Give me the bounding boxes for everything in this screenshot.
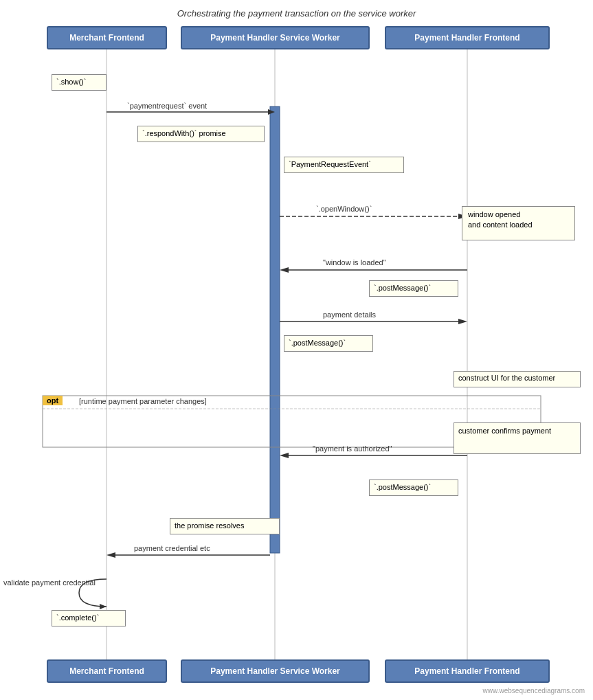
note-respond-with: `.respondWith()` promise xyxy=(137,126,265,142)
label-open-window: `.openWindow()` xyxy=(316,205,372,213)
svg-rect-4 xyxy=(270,106,280,553)
opt-condition: [runtime payment parameter changes] xyxy=(79,397,207,405)
note-show: `.show()` xyxy=(52,74,107,91)
actor-handler-frontend-bottom: Payment Handler Frontend xyxy=(385,659,550,683)
diagram-container: Orchestrating the payment transaction on… xyxy=(0,0,593,700)
label-payment-credential: payment credential etc xyxy=(134,544,210,552)
svg-marker-6 xyxy=(268,109,275,115)
label-paymentrequest: `paymentrequest` event xyxy=(127,102,207,110)
note-postmessage-3: `.postMessage()` xyxy=(369,479,458,496)
svg-marker-16 xyxy=(280,453,289,458)
svg-marker-18 xyxy=(107,552,115,558)
actor-service-worker-top: Payment Handler Service Worker xyxy=(181,26,370,49)
note-construct-ui: construct UI for the customer xyxy=(454,371,581,387)
actor-merchant-bottom: Merchant Frontend xyxy=(47,659,167,683)
svg-marker-10 xyxy=(280,267,289,273)
label-window-loaded: "window is loaded" xyxy=(323,258,386,267)
diagram-title: Orchestrating the payment transaction on… xyxy=(0,0,593,24)
note-complete: `.complete()` xyxy=(52,610,126,626)
actor-handler-frontend-top: Payment Handler Frontend xyxy=(385,26,550,49)
note-payment-request-event: `PaymentRequestEvent` xyxy=(284,157,404,173)
label-payment-authorized: "payment is authorized" xyxy=(313,444,392,453)
watermark: www.websequencediagrams.com xyxy=(483,687,585,695)
svg-marker-19 xyxy=(100,604,107,609)
note-customer-confirms: customer confirms payment xyxy=(454,422,581,454)
note-promise-resolves: the promise resolves xyxy=(170,518,280,534)
label-validate-payment: validate payment credential xyxy=(3,578,96,587)
note-window-opened: window openedand content loaded xyxy=(462,206,575,240)
opt-label: opt xyxy=(43,396,63,405)
svg-marker-12 xyxy=(458,319,467,324)
actor-merchant-top: Merchant Frontend xyxy=(47,26,167,49)
note-postmessage-2: `.postMessage()` xyxy=(284,335,373,352)
note-postmessage-1: `.postMessage()` xyxy=(369,280,458,297)
actor-service-worker-bottom: Payment Handler Service Worker xyxy=(181,659,370,683)
label-payment-details: payment details xyxy=(323,311,376,319)
